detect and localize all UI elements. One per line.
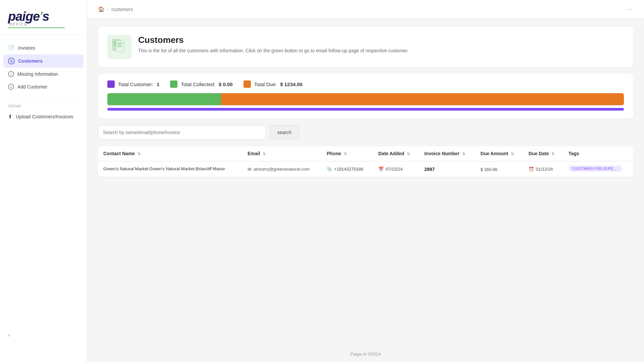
sidebar-item-customers[interactable]: $ Customers [3, 54, 84, 68]
sidebar-item-add-customer[interactable]: + Add Customer [0, 80, 87, 93]
sidebar-item-missing-info[interactable]: i Missing Information [0, 68, 87, 80]
svg-rect-5 [117, 43, 123, 44]
sidebar-item-invoices-label: Invoices [18, 45, 35, 51]
cell-tags: CUSTOMER-FOR-SUPER-A [563, 161, 633, 177]
home-icon[interactable]: 🏠 [98, 6, 105, 12]
stat-total-customers: Total Customer: 1 [107, 80, 159, 88]
total-collected-label: Total Collected: [181, 81, 215, 87]
total-due-label: Total Due: [254, 81, 277, 87]
sort-icon-due-amount: ⇅ [511, 152, 514, 156]
search-row: search [98, 125, 633, 139]
sidebar-item-missing-info-label: Missing Information [17, 71, 58, 77]
footer: Paige AI ©2024 [87, 346, 644, 362]
chevron-left-icon: ‹ [8, 331, 10, 339]
sidebar-item-upload[interactable]: ⬆ Upload Customers/Invoices [0, 110, 87, 123]
col-phone[interactable]: Phone ⇅ [321, 146, 373, 161]
main-content: 🏠 / customers ··· [87, 0, 644, 362]
logo: paige's [8, 9, 79, 24]
search-input[interactable] [98, 125, 266, 139]
col-contact-name[interactable]: Contact Name ⇅ [98, 146, 242, 161]
total-customer-label: Total Customer: [118, 81, 153, 87]
svg-rect-7 [117, 46, 122, 47]
breadcrumb-separator: / [107, 7, 109, 12]
sort-icon-invoice-number: ⇅ [462, 152, 465, 156]
table-body: Green's Natural Market:Green's Natural M… [98, 161, 633, 177]
sort-icon-email: ⇅ [263, 152, 266, 156]
sidebar-collapse-button[interactable]: ‹ [0, 328, 87, 342]
topbar: 🏠 / customers ··· [87, 0, 644, 19]
svg-rect-6 [117, 45, 121, 45]
header-icon-box [107, 35, 131, 59]
sort-icon-phone: ⇅ [344, 152, 347, 156]
search-button[interactable]: search [270, 125, 299, 139]
customers-illustration [110, 38, 129, 56]
sidebar-item-invoices[interactable]: 📄 Invoices [0, 41, 87, 54]
progress-bar-purple-total [107, 108, 624, 111]
col-invoice-number[interactable]: Invoice Number ⇅ [419, 146, 475, 161]
cell-due-date: ⏰ 01/12/24 [523, 161, 563, 177]
customers-table: Contact Name ⇅ Email ⇅ Phone ⇅ Date Adde… [98, 146, 633, 177]
total-collected-value: $ 0.00 [219, 81, 233, 87]
total-customer-value: 1 [157, 81, 159, 87]
sidebar: paige's OFFICE 📄 Invoices $ Customers i … [0, 0, 87, 362]
col-email[interactable]: Email ⇅ [242, 146, 321, 161]
cell-contact-name: Green's Natural Market:Green's Natural M… [98, 161, 242, 177]
page-content: Customers This is the list of all the cu… [87, 19, 644, 346]
sidebar-item-upload-label: Upload Customers/Invoices [16, 114, 73, 119]
page-description: This is the list of all the customers wi… [138, 47, 409, 54]
table-header-row: Contact Name ⇅ Email ⇅ Phone ⇅ Date Adde… [98, 146, 633, 161]
table-row[interactable]: Green's Natural Market:Green's Natural M… [98, 161, 633, 177]
header-card: Customers This is the list of all the cu… [98, 27, 633, 67]
dots-menu-button[interactable]: ··· [626, 6, 633, 13]
col-tags: Tags [563, 146, 633, 161]
phone-icon: 📎 [327, 167, 332, 172]
header-text: Customers This is the list of all the cu… [138, 35, 409, 54]
breadcrumb-current: customers [111, 7, 133, 12]
info-circle-icon: i [8, 71, 14, 77]
progress-bar-green-fill [107, 93, 221, 105]
cell-email: ✉ airizarry@greensnatural.com [242, 161, 321, 177]
cell-phone: 📎 +19143270186 [321, 161, 373, 177]
cell-date-added: 📅 07/15/24 [373, 161, 419, 177]
stats-row: Total Customer: 1 Total Collected: $ 0.0… [107, 80, 624, 88]
topbar-right: ··· [626, 6, 633, 13]
orange-color-indicator [244, 80, 251, 88]
stat-total-collected: Total Collected: $ 0.00 [170, 80, 232, 88]
footer-copyright: Paige AI ©2024 [351, 352, 381, 357]
sort-icon-due-date: ⇅ [551, 152, 554, 156]
plus-circle-icon: + [8, 84, 14, 90]
tag-badge[interactable]: CUSTOMER-FOR-SUPER-A [569, 166, 622, 172]
purple-color-indicator [107, 80, 115, 88]
logo-area: paige's OFFICE [0, 0, 87, 35]
sidebar-item-add-customer-label: Add Customer [17, 84, 47, 89]
progress-bar-collected-vs-due [107, 93, 624, 105]
sort-icon-date-added: ⇅ [407, 152, 410, 156]
invoice-icon: 📄 [8, 45, 15, 51]
col-due-date[interactable]: Due Date ⇅ [523, 146, 563, 161]
dollar-circle-icon: $ [8, 58, 15, 64]
stats-card: Total Customer: 1 Total Collected: $ 0.0… [98, 74, 633, 119]
col-due-amount[interactable]: Due Amount ⇅ [475, 146, 523, 161]
nav-section: 📄 Invoices $ Customers i Missing Informa… [0, 35, 87, 123]
total-due-value: $ 1234.00 [280, 81, 303, 87]
stat-total-due: Total Due: $ 1234.00 [244, 80, 303, 88]
calendar-icon: 📅 [378, 167, 384, 172]
upload-section-title: Upload [0, 102, 87, 110]
col-date-added[interactable]: Date Added ⇅ [373, 146, 419, 161]
upload-icon: ⬆ [8, 114, 12, 120]
sort-icon-contact-name: ⇅ [138, 152, 141, 156]
nav-divider [8, 97, 79, 98]
customers-table-card: Contact Name ⇅ Email ⇅ Phone ⇅ Date Adde… [98, 146, 633, 177]
sidebar-item-customers-label: Customers [18, 58, 43, 64]
breadcrumb: 🏠 / customers [98, 6, 133, 12]
green-color-indicator [170, 80, 177, 88]
cell-due-amount: $ 160.66 [475, 161, 523, 177]
page-title: Customers [138, 35, 409, 45]
cell-invoice-number: 2897 [419, 161, 475, 177]
clock-icon: ⏰ [529, 167, 534, 172]
email-icon: ✉ [248, 167, 252, 172]
